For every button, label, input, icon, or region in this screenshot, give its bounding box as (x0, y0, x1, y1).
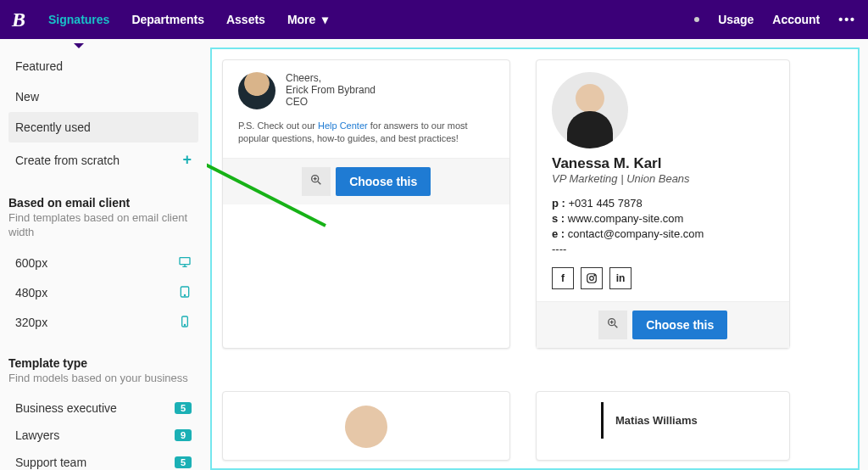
status-dot-icon (694, 17, 699, 22)
nav-departments[interactable]: Departments (131, 13, 204, 26)
sidebar-item-create-from-scratch[interactable]: Create from scratch + (8, 143, 198, 177)
section-sub-email-client: Find templates based on email client wid… (8, 211, 198, 240)
sidebar-row-business-executive[interactable]: Business executive 5 (8, 394, 198, 422)
zoom-button[interactable] (302, 167, 331, 196)
svg-point-4 (184, 324, 185, 325)
signature-name: Vanessa M. Karl (552, 155, 774, 172)
sidebar-item-featured[interactable]: Featured (8, 51, 198, 81)
nav-usage[interactable]: Usage (718, 13, 754, 26)
phone-icon (178, 315, 192, 331)
nav-signatures[interactable]: Signatures (48, 13, 109, 26)
sidebar-item-new[interactable]: New (8, 81, 198, 112)
plus-icon: + (182, 151, 192, 169)
chevron-down-icon: ▾ (322, 13, 328, 26)
signature-greeting: Cheers, (286, 72, 376, 84)
tablet-icon (178, 285, 192, 301)
template-card: Matias Williams (536, 391, 790, 461)
facebook-icon[interactable]: f (552, 267, 574, 289)
template-grid: Cheers, Erick From Bybrand CEO P.S. Chec… (210, 48, 860, 470)
svg-point-8 (594, 275, 595, 276)
template-card: Vanessa M. Karl VP Marketing | Union Bea… (536, 59, 790, 349)
choose-this-button[interactable]: Choose this (336, 167, 431, 196)
desktop-icon (178, 255, 192, 271)
signature-role: VP Marketing | Union Beans (552, 172, 774, 185)
section-sub-template-type: Find models based on your business (8, 372, 198, 386)
signature-name: Erick From Bybrand (286, 84, 376, 96)
svg-point-2 (184, 294, 185, 295)
signature-name: Matias Williams (615, 414, 774, 427)
sidebar-row-600px[interactable]: 600px (8, 249, 198, 278)
avatar (345, 406, 387, 448)
sidebar-row-320px[interactable]: 320px (8, 308, 198, 338)
section-title-template-type: Template type (8, 356, 198, 370)
svg-rect-0 (180, 257, 190, 264)
template-card: Cheers, Erick From Bybrand CEO P.S. Chec… (222, 59, 510, 349)
signature-title: CEO (286, 96, 376, 108)
nav-more[interactable]: More ▾ (287, 13, 328, 26)
sidebar: Featured New Recently used Create from s… (0, 39, 207, 470)
nav-overflow-menu[interactable]: ••• (838, 13, 856, 26)
avatar (238, 72, 275, 109)
count-badge: 5 (175, 402, 192, 414)
magnifier-icon (606, 316, 620, 333)
avatar (552, 72, 628, 148)
sidebar-row-480px[interactable]: 480px (8, 278, 198, 308)
count-badge: 9 (175, 429, 192, 441)
sidebar-row-lawyers[interactable]: Lawyers 9 (8, 422, 198, 449)
top-nav: B Signatures Departments Assets More ▾ U… (0, 0, 868, 39)
count-badge: 5 (175, 456, 192, 468)
nav-account[interactable]: Account (772, 13, 820, 26)
section-title-email-client: Based on email client (8, 196, 198, 210)
sidebar-item-recently-used[interactable]: Recently used (8, 112, 198, 143)
instagram-icon[interactable] (581, 267, 603, 289)
email-value: contact@company-site.com (568, 227, 704, 240)
signature-ps: P.S. Check out our Help Center for answe… (238, 120, 494, 146)
site-value: www.company-site.com (568, 212, 684, 225)
help-center-link[interactable]: Help Center (318, 120, 368, 131)
sidebar-row-support-team[interactable]: Support team 5 (8, 449, 198, 470)
nav-assets[interactable]: Assets (226, 13, 265, 26)
svg-point-7 (590, 277, 594, 281)
logo[interactable]: B (12, 8, 25, 31)
linkedin-icon[interactable]: in (609, 267, 632, 289)
divider-dashes: ---- (552, 243, 774, 255)
choose-this-button[interactable]: Choose this (632, 311, 727, 339)
magnifier-icon (309, 173, 323, 190)
zoom-button[interactable] (598, 311, 627, 339)
template-card (222, 391, 510, 461)
phone-value: +031 445 7878 (569, 197, 643, 210)
